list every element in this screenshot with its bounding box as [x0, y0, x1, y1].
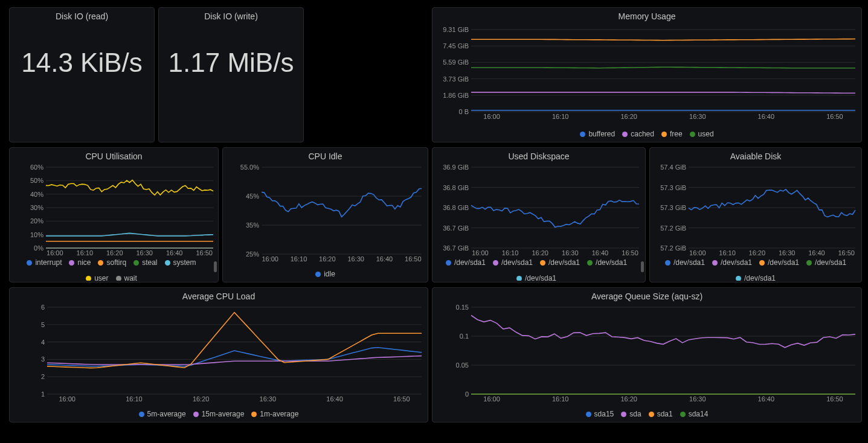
x-tick-label: 16:40 — [592, 249, 609, 257]
legend-item[interactable]: free — [661, 130, 683, 138]
x-tick-label: 16:20 — [532, 249, 548, 257]
legend-item[interactable]: /dev/sda1 — [665, 258, 705, 267]
legend-item[interactable]: /dev/sda1 — [759, 258, 799, 267]
y-tick-label: 6 — [41, 304, 45, 311]
legend[interactable]: bufferedcachedfreeused — [432, 128, 861, 140]
legend-label: cached — [631, 130, 654, 138]
legend-label: buffered — [588, 130, 615, 138]
legend-item[interactable]: buffered — [580, 130, 615, 138]
legend-label: /dev/sda1 — [548, 258, 580, 267]
y-tick-label: 1.86 GiB — [443, 92, 469, 99]
legend-label: sda14 — [689, 410, 709, 418]
legend-item[interactable]: 5m-average — [139, 410, 186, 418]
legend-item[interactable]: 15m-average — [193, 410, 245, 418]
legend-item[interactable]: interrupt — [27, 258, 62, 267]
legend-dot-icon — [665, 260, 670, 266]
y-tick-label: 0.05 — [456, 362, 469, 369]
legend[interactable]: idle — [223, 268, 428, 280]
chart-area[interactable]: 0 B1.86 GiB3.73 GiB5.59 GiB7.45 GiB9.31 … — [436, 27, 858, 123]
legend-item[interactable]: /dev/sda1 — [736, 274, 776, 281]
scrollbar-thumb[interactable] — [641, 261, 644, 272]
legend-item[interactable]: /dev/sda1 — [516, 274, 556, 281]
legend-dot-icon — [98, 260, 103, 266]
panel-cpu-idle[interactable]: CPU Idle 25%35%45%55.0%16:0016:1016:2016… — [222, 147, 428, 282]
panel-disk-io-write[interactable]: Disk IO (write) 1.17 MiB/s — [158, 7, 304, 142]
x-tick-label: 16:40 — [166, 249, 183, 257]
x-tick-label: 16:00 — [483, 395, 500, 403]
x-tick-label: 16:20 — [749, 249, 766, 257]
legend-item[interactable]: steal — [133, 258, 157, 267]
panel-cpu-load[interactable]: Average CPU Load 12345616:0016:1016:2016… — [9, 287, 428, 422]
y-axis: 00.050.10.15 — [436, 307, 471, 394]
legend[interactable]: interruptnicesoftirqstealsystemuserwait — [10, 257, 213, 281]
legend[interactable]: /dev/sda1/dev/sda1/dev/sda1/dev/sda1/dev… — [432, 257, 640, 281]
legend-item[interactable]: /dev/sda1 — [712, 258, 752, 267]
legend[interactable]: /dev/sda1/dev/sda1/dev/sda1/dev/sda1/dev… — [650, 257, 861, 281]
panel-available-disk[interactable]: Avaiable Disk 57.2 GiB57.2 GiB57.3 GiB57… — [649, 147, 862, 282]
chart-area[interactable]: 57.2 GiB57.2 GiB57.3 GiB57.3 GiB57.4 GiB… — [654, 165, 858, 259]
panel-title: Used Diskspace — [432, 148, 645, 164]
x-tick-label: 16:50 — [196, 249, 213, 257]
legend-item[interactable]: /dev/sda1 — [806, 258, 846, 267]
legend[interactable]: 5m-average15m-average1m-average — [10, 408, 428, 420]
panel-title: Average CPU Load — [10, 288, 428, 304]
legend-item[interactable]: softirq — [98, 258, 126, 267]
legend-item[interactable]: /dev/sda1 — [446, 258, 486, 267]
x-tick-label: 16:30 — [136, 249, 153, 257]
legend-item[interactable]: system — [165, 258, 196, 267]
panel-memory-usage[interactable]: Memory Usage 0 B1.86 GiB3.73 GiB5.59 GiB… — [432, 7, 862, 142]
legend-item[interactable]: /dev/sda1 — [540, 258, 580, 267]
x-tick-label: 16:10 — [126, 395, 143, 403]
legend-label: interrupt — [35, 258, 62, 267]
legend-dot-icon — [587, 260, 593, 266]
chart-area[interactable]: 12345616:0016:1016:2016:3016:4016:50 — [12, 305, 424, 405]
legend[interactable]: sda15sdasda1sda14 — [432, 408, 861, 420]
legend-label: steal — [142, 258, 157, 267]
panel-cpu-utilisation[interactable]: CPU Utilisation 0%10%20%30%40%50%60%16:0… — [9, 147, 219, 282]
y-tick-label: 20% — [30, 217, 43, 225]
legend-label: /dev/sda1 — [525, 274, 556, 281]
chart-area[interactable]: 25%35%45%55.0%16:0016:1016:2016:3016:401… — [227, 165, 424, 265]
legend-label: /dev/sda1 — [501, 258, 533, 267]
legend-item[interactable]: /dev/sda1 — [493, 258, 533, 267]
legend-item[interactable]: sda14 — [680, 410, 709, 418]
y-tick-label: 9.31 GiB — [443, 26, 469, 33]
x-tick-label: 16:30 — [562, 249, 579, 257]
panel-title: Disk IO (read) — [10, 8, 154, 24]
y-tick-label: 36.9 GiB — [443, 164, 469, 171]
legend-dot-icon — [690, 132, 695, 137]
x-tick-label: 16:20 — [193, 395, 210, 403]
legend-item[interactable]: sda1 — [649, 410, 673, 418]
legend-label: system — [173, 258, 196, 267]
x-tick-label: 16:10 — [719, 249, 736, 257]
chart-area[interactable]: 00.050.10.1516:0016:1016:2016:3016:4016:… — [436, 305, 858, 405]
legend-label: sda1 — [657, 410, 673, 418]
legend-item[interactable]: wait — [116, 274, 137, 281]
panel-title: Disk IO (write) — [159, 8, 303, 24]
legend-item[interactable]: sda15 — [586, 410, 614, 418]
chart-area[interactable]: 0%10%20%30%40%50%60%16:0016:1016:2016:30… — [11, 165, 216, 259]
legend-item[interactable]: sda — [621, 410, 641, 418]
y-tick-label: 2 — [41, 373, 45, 380]
y-tick-label: 30% — [30, 204, 43, 211]
panel-disk-io-read[interactable]: Disk IO (read) 14.3 KiB/s — [9, 7, 155, 142]
legend-item[interactable]: cached — [622, 130, 654, 138]
legend-item[interactable]: /dev/sda1 — [587, 258, 627, 267]
panel-queue-size[interactable]: Average Queue Size (aqu-sz) 00.050.10.15… — [432, 287, 862, 422]
y-tick-label: 45% — [246, 193, 259, 200]
legend-item[interactable]: used — [690, 130, 714, 138]
legend-item[interactable]: user — [86, 274, 108, 281]
legend-dot-icon — [580, 132, 585, 137]
y-tick-label: 7.45 GiB — [443, 42, 469, 49]
y-tick-label: 0 — [465, 390, 469, 398]
panel-title: Average Queue Size (aqu-sz) — [432, 288, 861, 304]
legend-item[interactable]: 1m-average — [251, 410, 298, 418]
panel-title: CPU Utilisation — [10, 148, 218, 164]
y-tick-label: 40% — [30, 191, 43, 198]
chart-area[interactable]: 36.7 GiB36.7 GiB36.8 GiB36.8 GiB36.9 GiB… — [436, 165, 641, 259]
scrollbar-thumb[interactable] — [214, 261, 217, 272]
panel-used-diskspace[interactable]: Used Diskspace 36.7 GiB36.7 GiB36.8 GiB3… — [432, 147, 646, 282]
legend-item[interactable]: nice — [69, 258, 91, 267]
legend-item[interactable]: idle — [315, 270, 335, 278]
x-tick-label: 16:00 — [59, 395, 76, 403]
